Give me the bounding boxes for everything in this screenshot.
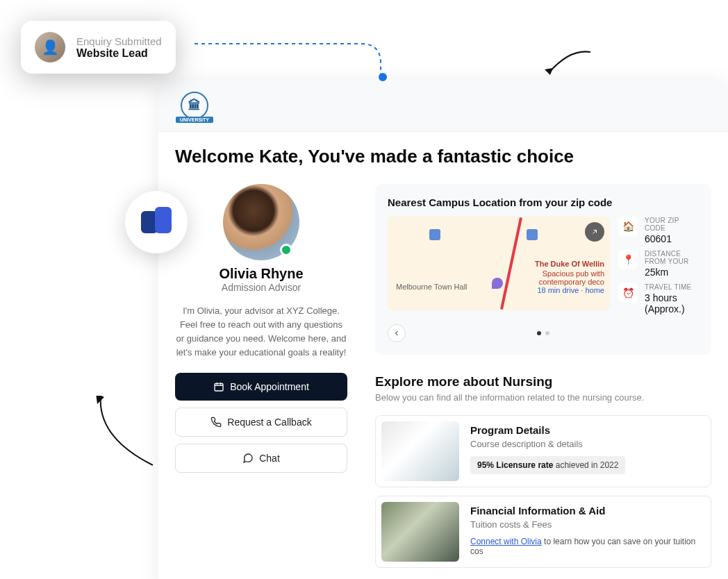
financial-title: Financial Information & Aid	[470, 505, 705, 517]
connector-line	[195, 40, 389, 82]
expand-icon	[590, 228, 599, 236]
dot[interactable]	[545, 331, 549, 335]
program-title: Program Details	[470, 424, 625, 436]
map-pin-icon	[527, 229, 538, 240]
app-window: 🏛 UNIVERSITY Welcome Kate, You've made a…	[158, 80, 728, 579]
chevron-left-icon	[392, 329, 401, 337]
lead-status: Enquiry Submitted	[76, 35, 162, 47]
pager-dots	[537, 331, 549, 335]
connector-dot	[379, 73, 387, 81]
calendar-icon	[213, 381, 224, 392]
explore-title: Explore more about Nursing	[375, 374, 711, 389]
chat-icon	[242, 453, 254, 464]
advisor-photo	[223, 184, 299, 260]
app-header: 🏛 UNIVERSITY	[158, 80, 728, 132]
program-desc: Course description & details	[470, 439, 625, 449]
distance-value: 25km	[645, 267, 699, 278]
zip-value: 60601	[645, 233, 699, 244]
advisor-name: Olivia Rhyne	[175, 266, 347, 282]
advisor-role: Admission Advisor	[175, 282, 347, 293]
distance-label: DISTANCE FROM YOUR	[645, 250, 699, 265]
partner-logo-icon	[141, 207, 172, 237]
advisor-message: I'm Olivia, your advisor at XYZ College.…	[175, 304, 347, 360]
lead-avatar: 👤	[35, 32, 65, 62]
home-icon: 🏠	[618, 217, 638, 236]
explore-subtitle: Below you can find all the information r…	[375, 392, 711, 403]
explore-section: Explore more about Nursing Below you can…	[375, 374, 711, 568]
university-logo: 🏛 UNIVERSITY	[175, 90, 214, 121]
svg-rect-0	[215, 383, 223, 391]
chat-button[interactable]: Chat	[175, 444, 347, 473]
advisor-panel: Olivia Rhyne Admission Advisor I'm Olivi…	[175, 184, 347, 576]
phone-icon	[210, 417, 222, 428]
decor-arrow-left	[90, 396, 174, 479]
pin-icon: 📍	[618, 250, 638, 269]
financial-desc: Tuition costs & Fees	[470, 519, 705, 530]
map-marker-icon	[492, 278, 503, 289]
status-online-icon	[280, 244, 292, 256]
campus-map[interactable]: The Duke Of Wellin Spacious pub with con…	[388, 217, 610, 310]
partner-badge	[125, 191, 188, 253]
decor-arrow-top	[542, 42, 597, 76]
explore-item-financial[interactable]: Financial Information & Aid Tuition cost…	[375, 496, 711, 568]
request-callback-button[interactable]: Request a Callback	[175, 408, 347, 437]
financial-image	[381, 502, 459, 562]
zip-label: YOUR ZIP CODE	[645, 217, 699, 232]
program-image	[381, 421, 459, 481]
campus-title: Nearest Campus Location from your zip co…	[388, 196, 699, 208]
licensure-badge: 95% Licensure rate achieved in 2022	[470, 456, 625, 474]
map-expand-button[interactable]	[585, 222, 604, 242]
time-label: TRAVEL TIME	[645, 283, 699, 291]
map-pin-icon	[429, 229, 440, 240]
dot-active[interactable]	[537, 331, 541, 335]
connect-link[interactable]: Connect with Olivia	[470, 537, 542, 546]
lead-source: Website Lead	[76, 47, 162, 60]
welcome-heading: Welcome Kate, You've made a fantastic ch…	[175, 146, 711, 167]
lead-card: 👤 Enquiry Submitted Website Lead	[21, 21, 176, 74]
campus-card: Nearest Campus Location from your zip co…	[375, 184, 711, 355]
prev-button[interactable]	[388, 324, 406, 342]
time-value: 3 hours (Approx.)	[645, 292, 699, 314]
clock-icon: ⏰	[618, 283, 638, 303]
explore-item-program[interactable]: Program Details Course description & det…	[375, 415, 711, 487]
book-appointment-button[interactable]: Book Appointment	[175, 373, 347, 401]
campus-stats: 🏠 YOUR ZIP CODE 60601 📍 DISTANCE FROM YO…	[618, 217, 699, 314]
